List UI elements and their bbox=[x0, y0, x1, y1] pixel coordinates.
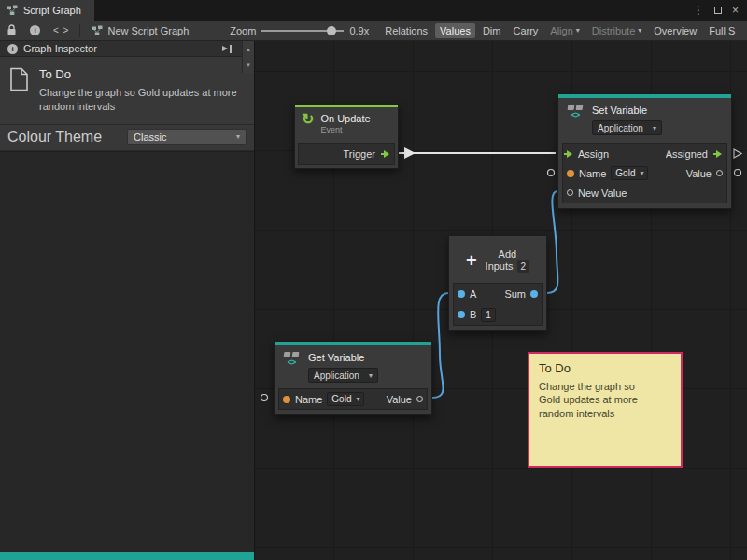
dim-button[interactable]: Dim bbox=[478, 23, 506, 38]
graph-name-label: New Script Graph bbox=[107, 25, 189, 36]
flow-output-port[interactable] bbox=[716, 150, 722, 158]
relations-button[interactable]: Relations bbox=[380, 23, 432, 38]
colour-theme-value: Classic bbox=[134, 132, 166, 143]
info-icon: i bbox=[7, 44, 18, 54]
b-input-port[interactable] bbox=[458, 311, 465, 318]
node-get-variable[interactable]: <> Get Variable Application ▾ Name Gold … bbox=[274, 341, 432, 415]
window-maximize-icon[interactable] bbox=[714, 7, 722, 14]
value-output-port[interactable] bbox=[416, 396, 423, 402]
graph-toolbar: i < > New Script Graph Zoom 0.9x Relatio… bbox=[0, 21, 747, 41]
flow-wire-arrow bbox=[404, 147, 416, 159]
code-view-icon[interactable]: < > bbox=[47, 21, 76, 40]
value-output-port[interactable] bbox=[716, 170, 723, 176]
unconnected-port-marker[interactable] bbox=[261, 395, 268, 401]
zoom-slider-knob[interactable] bbox=[327, 26, 336, 35]
a-input-port[interactable] bbox=[458, 290, 465, 298]
lock-icon[interactable] bbox=[0, 21, 23, 40]
colour-theme-label: Colour Theme bbox=[7, 129, 102, 146]
window-menu-icon[interactable]: ⋮ bbox=[693, 4, 704, 17]
name-port-label: Name bbox=[295, 394, 322, 405]
inputs-count-badge[interactable]: 2 bbox=[517, 260, 530, 273]
graph-file-icon bbox=[92, 25, 103, 36]
value-port-label: Value bbox=[387, 394, 412, 405]
variable-scope-dropdown[interactable]: Application ▾ bbox=[592, 120, 662, 135]
value-wire-get-to-add[interactable] bbox=[432, 293, 448, 398]
new-value-port-label: New Value bbox=[578, 188, 627, 199]
update-loop-icon: ↻ bbox=[302, 112, 314, 127]
chevron-down-icon: ▾ bbox=[369, 371, 373, 380]
todo-body: Change the graph so Gold updates at more… bbox=[39, 86, 237, 114]
flow-output-port[interactable] bbox=[384, 150, 389, 158]
colour-theme-dropdown[interactable]: Classic ▾ bbox=[127, 129, 247, 145]
node-title: On Update bbox=[320, 112, 370, 125]
todo-summary: To Do Change the graph so Gold updates a… bbox=[0, 57, 254, 124]
todo-title: To Do bbox=[39, 67, 237, 81]
b-port-label: B bbox=[470, 309, 476, 320]
trigger-port-label: Trigger bbox=[344, 148, 375, 160]
variable-name-dropdown[interactable]: Gold ▾ bbox=[611, 166, 648, 180]
zoom-label: Zoom bbox=[230, 25, 256, 36]
chevron-down-icon: ▾ bbox=[640, 169, 643, 177]
scroll-up-icon[interactable]: ▲ bbox=[246, 47, 251, 52]
value-port-marker[interactable] bbox=[735, 170, 741, 176]
align-button[interactable]: Align▾ bbox=[545, 23, 584, 38]
sum-output-port[interactable] bbox=[530, 290, 538, 298]
fullscreen-button[interactable]: Full S bbox=[704, 23, 740, 38]
node-add[interactable]: + Add Inputs 2 A Sum B 1 bbox=[448, 235, 547, 331]
assigned-port-label: Assigned bbox=[666, 148, 708, 160]
zoom-slider[interactable] bbox=[261, 30, 344, 32]
name-input-port[interactable] bbox=[283, 396, 290, 403]
toolbar-buttons: Relations Values Dim Carry Align▾ Distri… bbox=[380, 23, 740, 38]
inspector-scrollbar[interactable]: ▲ ▼ bbox=[242, 41, 254, 73]
values-button[interactable]: Values bbox=[435, 23, 475, 38]
graph-name[interactable]: New Script Graph bbox=[84, 25, 196, 36]
sticky-note[interactable]: To Do Change the graph so Gold updates a… bbox=[528, 352, 683, 468]
value-wire-sum-to-newvalue[interactable] bbox=[547, 191, 557, 293]
assigned-port-marker[interactable] bbox=[734, 149, 741, 158]
overview-button[interactable]: Overview bbox=[649, 23, 701, 38]
toolbar-separator bbox=[79, 24, 80, 37]
window-close-icon[interactable]: × bbox=[732, 4, 739, 17]
name-port-label: Name bbox=[579, 168, 606, 179]
sticky-note-title: To Do bbox=[539, 361, 671, 375]
tab-title: Script Graph bbox=[23, 5, 81, 16]
new-value-input-port[interactable] bbox=[567, 189, 573, 196]
collapse-panel-icon[interactable] bbox=[222, 45, 232, 53]
note-icon bbox=[9, 67, 29, 91]
chevron-down-icon: ▾ bbox=[356, 395, 359, 403]
graph-inspector-panel: i Graph Inspector ▲ ▼ To Do Change the g… bbox=[0, 41, 255, 560]
variable-icon: <> bbox=[565, 105, 585, 119]
sum-port-label: Sum bbox=[504, 288, 526, 300]
scroll-down-icon[interactable]: ▼ bbox=[246, 63, 251, 68]
node-on-update[interactable]: ↻ On Update Event Trigger bbox=[294, 104, 399, 169]
graph-canvas[interactable]: ↻ On Update Event Trigger <> Set Var bbox=[255, 41, 747, 560]
unconnected-port-marker[interactable] bbox=[548, 170, 555, 176]
flow-input-port[interactable] bbox=[567, 150, 572, 158]
b-value-field[interactable]: 1 bbox=[481, 308, 496, 322]
node-title: Add bbox=[486, 248, 530, 260]
sticky-note-body: Change the graph so Gold updates at more… bbox=[539, 380, 658, 420]
assign-port-label: Assign bbox=[578, 148, 609, 160]
inputs-label: Inputs bbox=[486, 260, 514, 273]
inspector-empty-area bbox=[0, 151, 254, 552]
variable-name-dropdown[interactable]: Gold ▾ bbox=[327, 392, 364, 406]
distribute-button[interactable]: Distribute▾ bbox=[587, 23, 646, 38]
variable-scope-dropdown[interactable]: Application ▾ bbox=[308, 368, 378, 383]
carry-button[interactable]: Carry bbox=[508, 23, 543, 38]
name-input-port[interactable] bbox=[567, 170, 574, 177]
node-set-variable[interactable]: <> Set Variable Application ▾ Assign Ass… bbox=[557, 93, 732, 209]
window-tab-bar: Script Graph ⋮ × bbox=[0, 0, 747, 21]
a-port-label: A bbox=[470, 288, 476, 300]
graph-inspector-title: Graph Inspector bbox=[23, 43, 97, 54]
info-toggle-icon[interactable]: i bbox=[23, 21, 47, 40]
node-title: Get Variable bbox=[308, 351, 378, 364]
colour-theme-row: Colour Theme Classic ▾ bbox=[0, 125, 254, 150]
tab-script-graph[interactable]: Script Graph bbox=[0, 0, 94, 21]
node-subtitle: Event bbox=[320, 125, 370, 134]
todo-text: To Do Change the graph so Gold updates a… bbox=[39, 67, 237, 114]
value-port-label: Value bbox=[686, 168, 712, 179]
variable-icon: <> bbox=[281, 352, 302, 367]
chevron-down-icon: ▾ bbox=[638, 26, 641, 35]
script-graph-icon bbox=[7, 5, 18, 16]
status-accent-bar bbox=[0, 552, 254, 560]
